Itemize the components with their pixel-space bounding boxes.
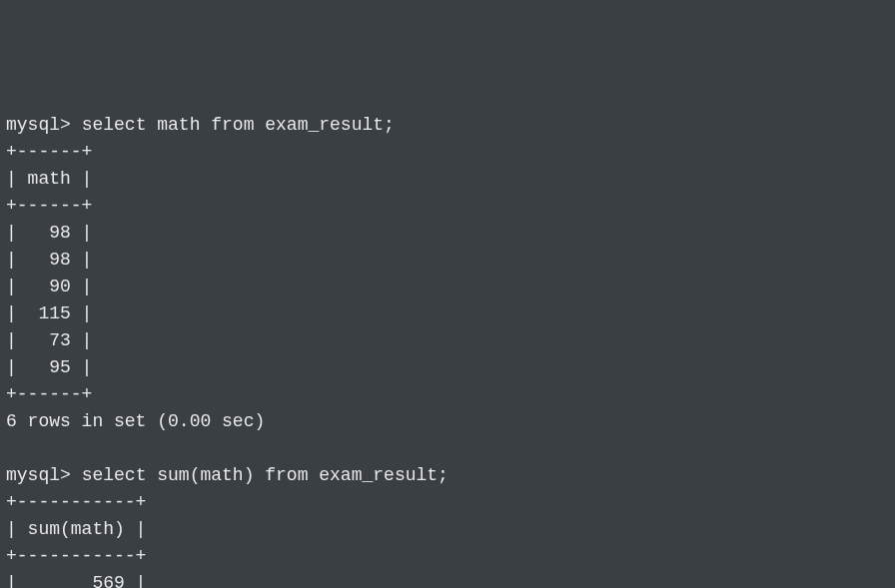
blank-line [6, 435, 889, 462]
query1-command-line[interactable]: mysql> select math from exam_result; [6, 112, 889, 139]
query2-border-top: +-----------+ [6, 489, 889, 516]
table-row: | 569 | [6, 570, 889, 588]
table-row: | 115 | [6, 300, 889, 327]
query2-header-row: | sum(math) | [6, 516, 889, 543]
query1-border-mid: +------+ [6, 193, 889, 220]
table-row: | 95 | [6, 354, 889, 381]
table-row: | 98 | [6, 247, 889, 274]
mysql-prompt: mysql> [6, 115, 82, 135]
query1-sql: select math from exam_result; [82, 115, 395, 135]
mysql-prompt: mysql> [6, 465, 82, 485]
query2-command-line[interactable]: mysql> select sum(math) from exam_result… [6, 462, 889, 489]
query1-status: 6 rows in set (0.00 sec) [6, 408, 889, 435]
query2-sql: select sum(math) from exam_result; [82, 465, 448, 485]
query2-border-mid: +-----------+ [6, 543, 889, 570]
table-row: | 98 | [6, 220, 889, 247]
table-row: | 90 | [6, 274, 889, 300]
query1-border-top: +------+ [6, 139, 889, 166]
query1-header-row: | math | [6, 166, 889, 193]
query1-border-bot: +------+ [6, 381, 889, 408]
table-row: | 73 | [6, 327, 889, 354]
